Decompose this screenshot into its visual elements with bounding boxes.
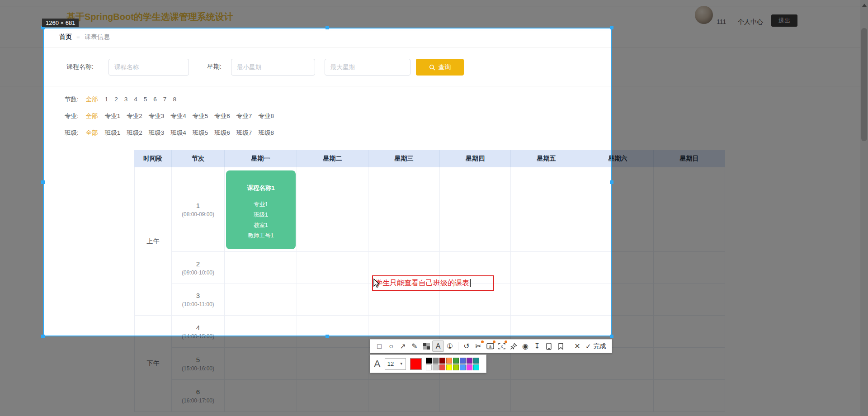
download-icon[interactable]: ↧ bbox=[531, 340, 543, 352]
palette-color[interactable] bbox=[439, 358, 445, 364]
bookmark-icon[interactable] bbox=[555, 340, 566, 352]
pin-icon[interactable] bbox=[508, 340, 519, 352]
undo-icon[interactable]: ↺ bbox=[461, 340, 472, 352]
selection-size-label: 1260 × 681 bbox=[42, 19, 79, 27]
notification-dot bbox=[481, 340, 484, 343]
annotation-textbox[interactable]: 学生只能查看自己班级的课表 bbox=[372, 275, 494, 291]
chevron-down-icon: ▼ bbox=[400, 362, 403, 366]
color-palette bbox=[426, 358, 479, 370]
palette-color[interactable] bbox=[433, 358, 439, 364]
number-tool-icon[interactable]: ① bbox=[444, 340, 456, 352]
selection-handle[interactable] bbox=[610, 180, 613, 184]
text-style-icon: A bbox=[374, 358, 381, 370]
toolbar-separator bbox=[458, 342, 458, 350]
done-label: 完成 bbox=[594, 342, 606, 350]
palette-color[interactable] bbox=[467, 364, 472, 370]
selection-rectangle bbox=[43, 28, 612, 336]
font-size-value: 12 bbox=[387, 360, 394, 367]
dim-overlay-right bbox=[612, 28, 868, 336]
selection-handle[interactable] bbox=[610, 335, 613, 338]
palette-color[interactable] bbox=[453, 358, 459, 364]
toolbar-separator bbox=[569, 342, 569, 350]
translate-icon[interactable]: a bbox=[484, 340, 496, 352]
palette-color[interactable] bbox=[460, 364, 466, 370]
current-color-swatch[interactable] bbox=[410, 358, 422, 370]
annotation-text: 学生只能查看自己班级的课表 bbox=[375, 279, 469, 288]
palette-color[interactable] bbox=[467, 358, 472, 364]
notification-dot bbox=[505, 340, 507, 343]
mosaic-tool-icon[interactable] bbox=[420, 340, 432, 352]
arrow-tool-icon[interactable]: ↗ bbox=[397, 340, 409, 352]
palette-color[interactable] bbox=[453, 364, 459, 370]
text-tool-icon[interactable]: A bbox=[432, 340, 444, 352]
selection-handle[interactable] bbox=[41, 180, 45, 184]
snip-toolbar: □○↗✎A①↺✂ax◉↧✕✓完成 bbox=[370, 339, 612, 353]
record-icon[interactable]: ◉ bbox=[519, 340, 531, 352]
ellipse-tool-icon[interactable]: ○ bbox=[385, 340, 397, 352]
palette-color[interactable] bbox=[426, 364, 432, 370]
screen: 基于SpringBoot的学生选课管理系统设计 111 个人中心 退出 首页 ≡… bbox=[0, 0, 868, 416]
palette-color[interactable] bbox=[473, 364, 479, 370]
palette-color[interactable] bbox=[426, 358, 432, 364]
selection-handle[interactable] bbox=[610, 26, 613, 29]
palette-color[interactable] bbox=[473, 358, 479, 364]
palette-color[interactable] bbox=[433, 364, 439, 370]
device-icon[interactable] bbox=[543, 340, 555, 352]
pencil-tool-icon[interactable]: ✎ bbox=[409, 340, 420, 352]
palette-color[interactable] bbox=[446, 364, 452, 370]
ocr-icon[interactable]: x bbox=[496, 340, 508, 352]
rect-tool-icon[interactable]: □ bbox=[373, 340, 385, 352]
text-style-panel: A12▼ bbox=[370, 355, 486, 373]
cut-icon[interactable]: ✂ bbox=[472, 340, 484, 352]
palette-color[interactable] bbox=[439, 364, 445, 370]
notification-dot bbox=[493, 340, 495, 343]
close-icon[interactable]: ✕ bbox=[571, 340, 583, 352]
text-caret bbox=[470, 279, 471, 287]
font-size-dropdown[interactable]: 12▼ bbox=[385, 358, 406, 370]
selection-handle[interactable] bbox=[326, 26, 329, 29]
check-icon: ✓ bbox=[585, 342, 591, 350]
dim-overlay-top bbox=[0, 0, 868, 28]
mouse-cursor-icon bbox=[373, 279, 380, 289]
palette-color[interactable] bbox=[460, 358, 466, 364]
selection-handle[interactable] bbox=[326, 335, 329, 338]
done-button[interactable]: ✓完成 bbox=[585, 342, 606, 350]
dim-overlay-left bbox=[0, 28, 43, 336]
svg-text:a: a bbox=[489, 344, 491, 349]
selection-handle[interactable] bbox=[41, 335, 45, 338]
svg-text:x: x bbox=[501, 344, 503, 349]
palette-color[interactable] bbox=[446, 358, 452, 364]
